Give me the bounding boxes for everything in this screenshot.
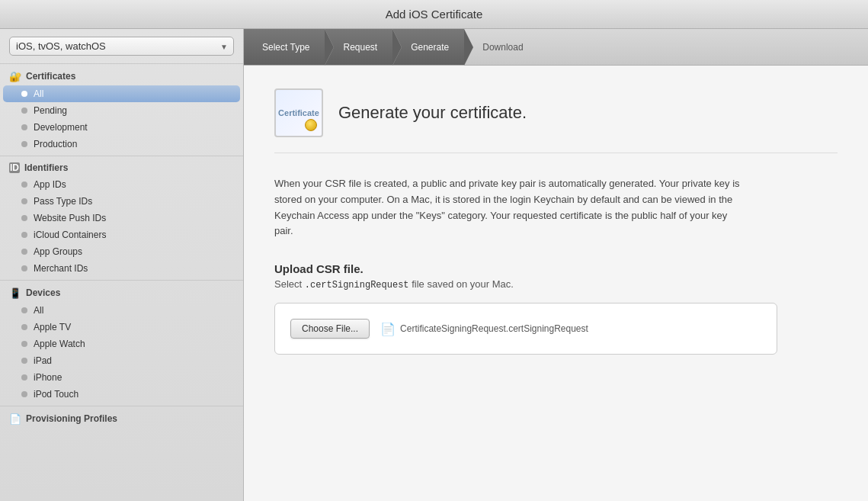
cert-header: Certificate Generate your certificate. bbox=[274, 88, 838, 153]
choose-file-button[interactable]: Choose File... bbox=[290, 319, 370, 339]
bullet-icon bbox=[21, 324, 27, 330]
content-area: Select Type Request Generate Download Ce… bbox=[244, 29, 868, 501]
sidebar-item-apple-watch[interactable]: Apple Watch bbox=[0, 336, 243, 352]
upload-csr-section: Upload CSR file. Select .certSigningRequ… bbox=[274, 262, 838, 355]
step-generate[interactable]: Generate bbox=[392, 29, 464, 65]
bullet-icon bbox=[21, 141, 27, 147]
devices-section-header: 📱 Devices bbox=[0, 280, 243, 302]
sidebar-item-all[interactable]: All bbox=[3, 85, 240, 102]
platform-dropdown-wrapper: iOS, tvOS, watchOS macOS ▼ bbox=[9, 37, 234, 56]
bullet-icon bbox=[21, 232, 27, 238]
sidebar-item-merchant-ids[interactable]: Merchant IDs bbox=[0, 260, 243, 277]
sidebar-item-all-label: All bbox=[34, 88, 43, 99]
sidebar-item-ipad[interactable]: iPad bbox=[0, 352, 243, 369]
provisioning-icon: 📄 bbox=[9, 413, 21, 425]
bullet-icon bbox=[21, 124, 27, 130]
sidebar-item-app-groups[interactable]: App Groups bbox=[0, 243, 243, 260]
sidebar-item-ipad-label: iPad bbox=[34, 355, 52, 366]
step-select-type-label: Select Type bbox=[262, 42, 309, 53]
bullet-icon bbox=[21, 215, 27, 221]
provisioning-section-header: 📄 Provisioning Profiles bbox=[0, 406, 243, 428]
identifiers-icon: ID bbox=[9, 162, 20, 173]
sidebar-item-devices-all-label: All bbox=[34, 305, 43, 316]
file-name-text: CertificateSigningRequest.certSigningReq… bbox=[400, 323, 588, 334]
sidebar-item-apple-tv-label: Apple TV bbox=[34, 322, 71, 332]
sidebar-item-icloud-containers[interactable]: iCloud Containers bbox=[0, 226, 243, 243]
sidebar-item-app-ids-label: App IDs bbox=[34, 179, 66, 190]
sidebar-item-pass-type-ids[interactable]: Pass Type IDs bbox=[0, 193, 243, 210]
sidebar-item-production-label: Production bbox=[34, 139, 77, 149]
bullet-icon bbox=[21, 391, 27, 397]
sidebar-item-apple-tv[interactable]: Apple TV bbox=[0, 319, 243, 336]
step-select-type[interactable]: Select Type bbox=[244, 29, 325, 65]
file-icon: 📄 bbox=[380, 322, 396, 336]
cert-heading: Generate your certificate. bbox=[338, 103, 527, 123]
sidebar-item-merchant-ids-label: Merchant IDs bbox=[34, 263, 88, 274]
sidebar-item-production[interactable]: Production bbox=[0, 136, 243, 153]
sidebar-item-app-ids[interactable]: App IDs bbox=[0, 176, 243, 193]
upload-sub-prefix: Select bbox=[274, 278, 305, 290]
bullet-icon bbox=[21, 91, 27, 97]
cert-icon-text: Certificate bbox=[278, 108, 319, 118]
step-download[interactable]: Download bbox=[464, 29, 538, 65]
sidebar-item-devices-all[interactable]: All bbox=[0, 302, 243, 319]
sidebar-item-app-groups-label: App Groups bbox=[34, 246, 82, 257]
sidebar-item-ipod-touch-label: iPod Touch bbox=[34, 389, 78, 400]
bullet-icon bbox=[21, 108, 27, 114]
main-layout: iOS, tvOS, watchOS macOS ▼ 🔐 Certificate… bbox=[0, 29, 868, 501]
certificates-icon: 🔐 bbox=[9, 70, 21, 82]
upload-sub-code: .certSigningRequest bbox=[305, 280, 409, 291]
file-upload-area: Choose File... 📄 CertificateSigningReque… bbox=[274, 303, 777, 355]
step-request[interactable]: Request bbox=[325, 29, 392, 65]
bullet-icon bbox=[21, 249, 27, 255]
sidebar-item-pending-label: Pending bbox=[34, 105, 67, 116]
sidebar-item-development-label: Development bbox=[34, 122, 88, 133]
sidebar-item-icloud-containers-label: iCloud Containers bbox=[34, 230, 106, 240]
sidebar-item-apple-watch-label: Apple Watch bbox=[34, 339, 85, 349]
bullet-icon bbox=[21, 181, 27, 188]
upload-section-sub: Select .certSigningRequest file saved on… bbox=[274, 278, 838, 291]
sidebar-item-iphone[interactable]: iPhone bbox=[0, 369, 243, 386]
step-generate-label: Generate bbox=[411, 42, 449, 53]
bullet-icon bbox=[21, 307, 27, 313]
upload-section-title: Upload CSR file. bbox=[274, 262, 838, 275]
bullet-icon bbox=[21, 374, 27, 381]
provisioning-section-label: Provisioning Profiles bbox=[26, 413, 117, 424]
bullet-icon bbox=[21, 198, 27, 204]
description-text: When your CSR file is created, a public … bbox=[274, 176, 747, 239]
steps-bar: Select Type Request Generate Download bbox=[244, 29, 868, 66]
identifiers-section-label: Identifiers bbox=[24, 162, 68, 173]
sidebar-item-pending[interactable]: Pending bbox=[0, 102, 243, 119]
cert-icon-badge bbox=[305, 119, 317, 131]
sidebar-item-iphone-label: iPhone bbox=[34, 372, 62, 383]
page-title: Add iOS Certificate bbox=[386, 8, 483, 21]
title-bar: Add iOS Certificate bbox=[0, 0, 868, 29]
certificates-section-header: 🔐 Certificates bbox=[0, 63, 243, 85]
certificate-icon: Certificate bbox=[274, 88, 323, 137]
identifiers-section-header: ID Identifiers bbox=[0, 156, 243, 176]
sidebar-item-website-push-ids-label: Website Push IDs bbox=[34, 213, 106, 223]
sidebar-item-ipod-touch[interactable]: iPod Touch bbox=[0, 386, 243, 403]
dropdown-wrapper: iOS, tvOS, watchOS macOS ▼ bbox=[9, 37, 234, 56]
sidebar-item-pass-type-ids-label: Pass Type IDs bbox=[34, 196, 92, 207]
bullet-icon bbox=[21, 341, 27, 347]
bullet-icon bbox=[21, 358, 27, 364]
sidebar: iOS, tvOS, watchOS macOS ▼ 🔐 Certificate… bbox=[0, 29, 244, 501]
bullet-icon bbox=[21, 265, 27, 271]
step-request-label: Request bbox=[343, 42, 377, 53]
devices-icon: 📱 bbox=[9, 287, 21, 299]
certificates-section-label: Certificates bbox=[26, 71, 75, 82]
upload-sub-suffix: file saved on your Mac. bbox=[409, 278, 514, 290]
sidebar-item-website-push-ids[interactable]: Website Push IDs bbox=[0, 210, 243, 226]
sidebar-item-development[interactable]: Development bbox=[0, 119, 243, 136]
step-download-label: Download bbox=[482, 42, 523, 53]
platform-select[interactable]: iOS, tvOS, watchOS macOS bbox=[9, 37, 234, 56]
main-content: Certificate Generate your certificate. W… bbox=[244, 66, 868, 501]
file-name-display: 📄 CertificateSigningRequest.certSigningR… bbox=[380, 322, 588, 336]
devices-section-label: Devices bbox=[26, 287, 60, 298]
